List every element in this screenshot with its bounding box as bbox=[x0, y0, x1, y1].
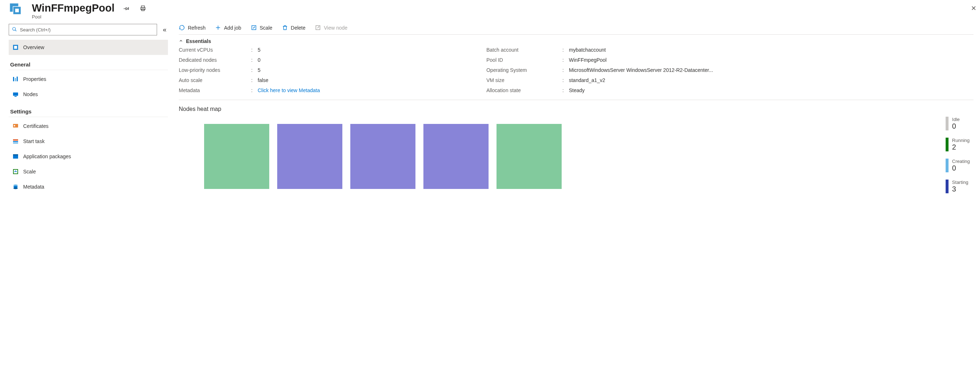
ess-label: Dedicated nodes bbox=[179, 57, 251, 63]
ess-value-lowpriority: 5 bbox=[258, 67, 261, 73]
svg-rect-9 bbox=[14, 46, 17, 49]
svg-rect-11 bbox=[15, 78, 16, 81]
node-tile[interactable] bbox=[496, 124, 562, 189]
ess-label: Metadata bbox=[179, 87, 251, 93]
node-tile[interactable] bbox=[423, 124, 488, 189]
nav-item-label: Scale bbox=[23, 169, 36, 174]
legend-count-creating: 0 bbox=[952, 164, 970, 172]
ess-label: Low-priority nodes bbox=[179, 67, 251, 73]
legend-starting: Starting 3 bbox=[946, 180, 970, 193]
svg-rect-12 bbox=[17, 77, 18, 81]
close-button[interactable]: ✕ bbox=[971, 4, 976, 12]
nav-app-packages[interactable]: Application packages bbox=[9, 149, 168, 164]
search-box[interactable] bbox=[9, 24, 157, 35]
chevron-up-icon bbox=[179, 38, 183, 44]
main-content: Refresh Add job Scale bbox=[179, 23, 980, 195]
nav-scale[interactable]: Scale bbox=[9, 164, 168, 179]
page-title: WinFFmpegPool bbox=[32, 2, 115, 14]
ess-label: Allocation state bbox=[486, 87, 562, 93]
legend-color-idle bbox=[946, 117, 948, 130]
nav-item-label: Certificates bbox=[23, 123, 48, 129]
metadata-icon bbox=[12, 184, 19, 190]
svg-line-7 bbox=[15, 30, 17, 31]
ess-value-vmsize: standard_a1_v2 bbox=[569, 77, 605, 83]
svg-rect-18 bbox=[13, 141, 18, 142]
essentials-right: Batch account : mybatchaccount Pool ID :… bbox=[486, 47, 713, 93]
nav-properties[interactable]: Properties bbox=[9, 71, 168, 87]
toolbar-label: Add job bbox=[224, 25, 241, 31]
toolbar-label: View node bbox=[324, 25, 347, 31]
nav-item-label: Properties bbox=[23, 76, 46, 82]
certificates-icon bbox=[12, 123, 19, 129]
search-icon bbox=[12, 27, 17, 33]
nav-start-task[interactable]: Start task bbox=[9, 134, 168, 149]
search-input[interactable] bbox=[20, 27, 154, 33]
add-job-button[interactable]: Add job bbox=[215, 25, 241, 31]
print-button[interactable] bbox=[138, 3, 148, 13]
legend-label: Creating bbox=[952, 158, 970, 164]
toolbar-label: Delete bbox=[291, 25, 305, 31]
node-tile[interactable] bbox=[350, 124, 415, 189]
ess-label: Batch account bbox=[486, 47, 562, 53]
nav-certificates[interactable]: Certificates bbox=[9, 119, 168, 134]
nav-nodes[interactable]: Nodes bbox=[9, 87, 168, 102]
scale-button[interactable]: Scale bbox=[251, 25, 272, 31]
nav-item-label: Nodes bbox=[23, 92, 38, 97]
nodes-icon bbox=[12, 91, 19, 98]
start-task-icon bbox=[12, 138, 19, 144]
legend-count-starting: 3 bbox=[952, 185, 969, 193]
nav-item-label: Overview bbox=[23, 44, 44, 50]
essentials-toggle[interactable]: Essentials bbox=[179, 37, 974, 47]
legend-color-running bbox=[946, 138, 948, 151]
legend-count-idle: 0 bbox=[952, 122, 960, 130]
svg-rect-19 bbox=[13, 143, 18, 144]
delete-button[interactable]: Delete bbox=[282, 25, 305, 31]
ess-label: Pool ID bbox=[486, 57, 562, 63]
scale-icon bbox=[12, 168, 19, 175]
nav-metadata[interactable]: Metadata bbox=[9, 179, 168, 195]
metadata-link[interactable]: Click here to view Metadata bbox=[258, 87, 320, 93]
node-tile[interactable] bbox=[277, 124, 342, 189]
nav-group-general: General bbox=[9, 57, 168, 70]
pin-button[interactable] bbox=[121, 3, 131, 13]
nav-item-label: Start task bbox=[23, 138, 45, 144]
legend-idle: Idle 0 bbox=[946, 117, 970, 130]
nav-item-label: Metadata bbox=[23, 184, 44, 190]
delete-icon bbox=[282, 25, 288, 31]
legend-color-creating bbox=[946, 158, 948, 172]
ess-value-autoscale: false bbox=[258, 77, 269, 83]
legend-label: Starting bbox=[952, 180, 969, 185]
heatmap-legend: Idle 0 Running 2 Creat bbox=[946, 117, 974, 193]
toolbar: Refresh Add job Scale bbox=[179, 23, 974, 34]
ess-value-dedicated: 0 bbox=[258, 57, 261, 63]
ess-value-poolid: WinFFmpegPool bbox=[569, 57, 606, 63]
refresh-button[interactable]: Refresh bbox=[179, 25, 205, 31]
svg-point-6 bbox=[13, 27, 16, 30]
ess-label: Operating System bbox=[486, 67, 562, 73]
external-link-icon bbox=[315, 25, 321, 31]
scale-action-icon bbox=[251, 25, 257, 31]
ess-label: VM size bbox=[486, 77, 562, 83]
ess-value-os: MicrosoftWindowsServer WindowsServer 201… bbox=[569, 67, 713, 73]
ess-label: Current vCPUs bbox=[179, 47, 251, 53]
toolbar-label: Scale bbox=[260, 25, 272, 31]
ess-label: Auto scale bbox=[179, 77, 251, 83]
legend-creating: Creating 0 bbox=[946, 158, 970, 172]
pool-icon bbox=[9, 2, 25, 18]
svg-rect-10 bbox=[13, 77, 14, 81]
svg-rect-22 bbox=[13, 169, 18, 174]
nav-overview[interactable]: Overview bbox=[9, 40, 168, 55]
heatmap-title: Nodes heat map bbox=[179, 104, 974, 117]
toolbar-label: Refresh bbox=[188, 25, 205, 31]
node-tile[interactable] bbox=[204, 124, 269, 189]
app-packages-icon bbox=[12, 153, 19, 160]
legend-label: Running bbox=[952, 138, 969, 143]
nav-item-label: Application packages bbox=[23, 153, 71, 159]
svg-rect-13 bbox=[13, 92, 18, 96]
ess-value-vcpus: 5 bbox=[258, 47, 261, 53]
svg-rect-14 bbox=[14, 96, 17, 97]
collapse-sidebar-button[interactable]: « bbox=[161, 26, 168, 33]
svg-rect-20 bbox=[13, 155, 18, 158]
sidebar: « Overview General Properties bbox=[9, 23, 168, 195]
legend-running: Running 2 bbox=[946, 138, 970, 151]
